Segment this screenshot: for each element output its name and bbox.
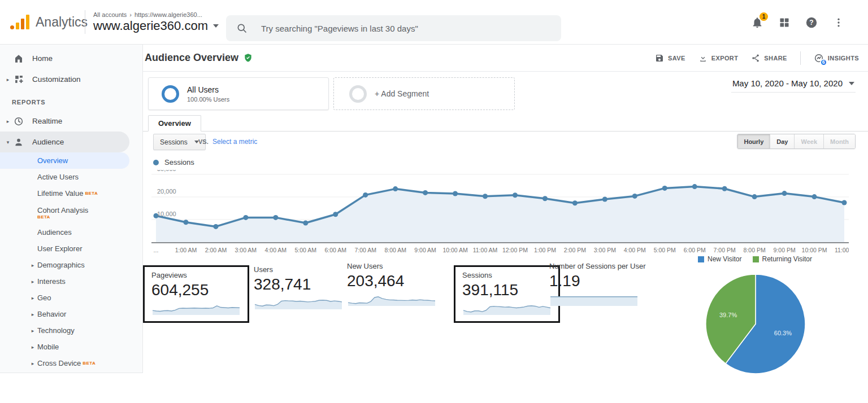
svg-text:4:00 PM: 4:00 PM <box>624 247 646 253</box>
customization-icon <box>12 75 25 84</box>
chevron-right-icon: › <box>129 11 132 18</box>
metric-sparkline <box>254 295 343 310</box>
share-button[interactable]: SHARE <box>751 54 787 63</box>
svg-text:8:00 AM: 8:00 AM <box>384 247 406 253</box>
svg-text:2:00 PM: 2:00 PM <box>564 247 586 253</box>
search-input[interactable] <box>261 24 544 33</box>
metric-dropdown[interactable]: Sessions <box>153 134 206 150</box>
sidebar-item-mobile[interactable]: ▸Mobile <box>0 339 142 355</box>
more-options-button[interactable] <box>833 16 844 29</box>
metric-card-new-users[interactable]: New Users203,464 <box>347 262 436 306</box>
breadcrumb[interactable]: All accounts › https://www.algerie360... <box>93 11 219 18</box>
svg-text:7:00 AM: 7:00 AM <box>354 247 376 253</box>
svg-text:4:00 AM: 4:00 AM <box>265 247 287 253</box>
sidebar-item-home[interactable]: Home <box>0 48 142 69</box>
sidebar-item-label: Audiences <box>37 228 72 236</box>
insights-button[interactable]: 6 INSIGHTS <box>814 53 859 63</box>
apps-button[interactable] <box>779 17 790 28</box>
metric-label: New Users <box>347 262 436 270</box>
svg-text:5:00 PM: 5:00 PM <box>654 247 676 253</box>
sidebar-nav: Home▸CustomizationREPORTS▸Realtime▾Audie… <box>0 48 142 371</box>
search-bar[interactable] <box>226 15 561 41</box>
sidebar-item-label: Demographics <box>37 261 85 269</box>
main-content: Audience Overview SAVE EXPORT SHARE <box>143 45 868 403</box>
tab-label: Overview <box>158 119 191 128</box>
svg-text:60.3%: 60.3% <box>774 330 792 336</box>
metric-card-number-of-sessions-per-user[interactable]: Number of Sessions per User1.19 <box>549 262 639 306</box>
svg-text:20,000: 20,000 <box>157 188 176 195</box>
granularity-month-button: Month <box>823 134 855 148</box>
sidebar-item-label: Geo <box>37 294 51 302</box>
sidebar-item-interests[interactable]: ▸Interests <box>0 273 142 290</box>
sidebar-item-user-explorer[interactable]: User Explorer <box>0 240 142 257</box>
svg-text:10:00 AM: 10:00 AM <box>442 247 467 253</box>
sidebar-item-cross-device[interactable]: ▸Cross DeviceBETA <box>0 355 142 371</box>
granularity-day-button[interactable]: Day <box>770 134 794 148</box>
metric-value: 203,464 <box>347 272 436 290</box>
metric-label: Pageviews <box>151 271 241 279</box>
help-button[interactable]: ? <box>805 16 818 29</box>
sessions-line-chart[interactable]: 10,00020,00030,000...1:00 AM2:00 AM3:00 … <box>151 170 849 256</box>
segment-row: All Users 100.00% Users + Add Segment Ma… <box>143 72 868 116</box>
sidebar-item-cohort-analysis[interactable]: Cohort AnalysisBETA <box>0 202 142 224</box>
tab-overview[interactable]: Overview <box>148 115 201 132</box>
beta-badge: BETA <box>83 361 96 366</box>
granularity-toggle: HourlyDayWeekMonth <box>737 134 856 149</box>
svg-text:7:00 PM: 7:00 PM <box>714 247 736 253</box>
chevron-right-icon: ▸ <box>4 77 12 82</box>
date-range-text: May 10, 2020 - May 10, 2020 <box>732 78 843 88</box>
date-range-picker[interactable]: May 10, 2020 - May 10, 2020 <box>731 77 856 93</box>
svg-text:11:00 AM: 11:00 AM <box>473 247 498 253</box>
sidebar-item-demographics[interactable]: ▸Demographics <box>0 257 142 273</box>
metric-sparkline <box>151 300 241 316</box>
metric-value: 391,115 <box>462 281 552 299</box>
svg-text:1:00 AM: 1:00 AM <box>175 247 197 253</box>
export-button[interactable]: EXPORT <box>698 54 739 63</box>
sidebar-item-overview[interactable]: Overview <box>0 152 129 169</box>
metric-card-pageviews[interactable]: Pageviews604,255 <box>143 265 249 323</box>
select-metric-link[interactable]: Select a metric <box>212 138 257 146</box>
save-button[interactable]: SAVE <box>655 54 685 63</box>
property-selector[interactable]: www.algerie360.com <box>93 19 219 33</box>
sidebar-item-technology[interactable]: ▸Technology <box>0 322 142 339</box>
property-name: www.algerie360.com <box>93 19 208 33</box>
segment-all-users[interactable]: All Users 100.00% Users <box>148 77 329 110</box>
page-title: Audience Overview <box>145 52 238 64</box>
pie-legend-item-new-visitor[interactable]: New Visitor <box>698 255 741 263</box>
pie-legend-item-returning-visitor[interactable]: Returning Visitor <box>753 255 813 263</box>
sidebar-item-lifetime-value[interactable]: Lifetime ValueBETA <box>0 185 142 202</box>
sidebar-item-audience[interactable]: ▾Audience <box>0 132 129 152</box>
sidebar-item-label: Cohort Analysis <box>37 206 88 214</box>
svg-text:30,000: 30,000 <box>157 170 176 172</box>
legend-label: New Visitor <box>708 255 741 263</box>
svg-text:2:00 AM: 2:00 AM <box>205 247 227 253</box>
sidebar-item-behavior[interactable]: ▸Behavior <box>0 306 142 322</box>
header-divider <box>85 10 85 34</box>
visitor-type-pie-chart[interactable]: 60.3%39.7% <box>702 270 809 378</box>
analytics-logo-icon <box>10 15 29 29</box>
add-segment-button[interactable]: + Add Segment <box>333 77 515 110</box>
analytics-logo[interactable]: Analytics <box>0 15 85 30</box>
notification-badge: 1 <box>760 12 768 21</box>
caret-down-icon <box>849 82 854 85</box>
sidebar-item-customization[interactable]: ▸Customization <box>0 69 142 90</box>
metric-card-users[interactable]: Users328,741 <box>254 265 343 310</box>
sidebar-item-active-users[interactable]: Active Users <box>0 169 142 185</box>
metric-value: 328,741 <box>254 275 343 294</box>
notifications-button[interactable]: 1 <box>751 16 763 29</box>
account-switcher[interactable]: All accounts › https://www.algerie360...… <box>93 11 219 33</box>
sidebar-item-label: Home <box>32 54 53 63</box>
kebab-menu-icon <box>833 16 844 29</box>
sidebar-item-realtime[interactable]: ▸Realtime <box>0 111 142 132</box>
sidebar-item-geo[interactable]: ▸Geo <box>0 290 142 306</box>
sidebar-item-label: Interests <box>37 277 66 286</box>
sidebar-item-audiences[interactable]: Audiences <box>0 224 142 240</box>
svg-text:39.7%: 39.7% <box>719 312 737 318</box>
chevron-right-icon: ▸ <box>29 328 36 334</box>
metric-sparkline <box>462 300 552 316</box>
add-segment-ring-icon <box>349 85 367 103</box>
metric-card-sessions[interactable]: Sessions391,115 <box>454 265 560 323</box>
export-label: EXPORT <box>711 55 739 62</box>
granularity-hourly-button[interactable]: Hourly <box>737 134 770 148</box>
export-icon <box>698 54 708 63</box>
